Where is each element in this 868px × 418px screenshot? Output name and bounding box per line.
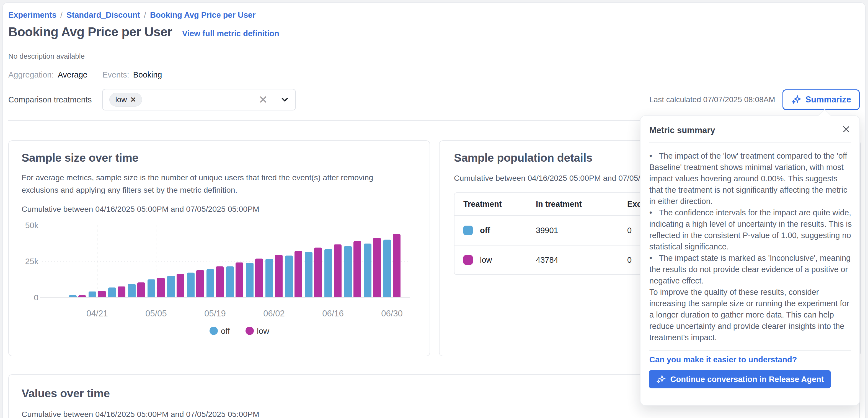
bar [157, 278, 165, 297]
y-tick-label: 25k [25, 257, 39, 266]
bar [305, 252, 312, 297]
bar [137, 282, 145, 297]
close-icon[interactable] [841, 124, 852, 135]
bar [285, 256, 293, 297]
y-tick-label: 0 [34, 293, 38, 302]
breadcrumb: Experiments / Standard_Discount / Bookin… [8, 10, 255, 20]
bar [393, 234, 401, 297]
followup-question-link[interactable]: Can you make it easier to understand? [649, 355, 797, 364]
breadcrumb-separator: / [144, 10, 146, 20]
continue-button-label: Continue conversation in Release Agent [671, 375, 824, 384]
summary-paragraph: • The confidence intervals for the impac… [649, 207, 852, 252]
bar [216, 266, 224, 297]
bar [196, 270, 204, 297]
breadcrumb-experiment-name[interactable]: Standard_Discount [66, 10, 140, 20]
title-row: Booking Avg Price per User View full met… [8, 24, 279, 39]
treatment-multiselect[interactable]: low ✕ ✕ [102, 89, 296, 111]
popover-divider [649, 142, 851, 143]
bar [275, 255, 283, 297]
treatment-name: off [480, 226, 490, 235]
page-title: Booking Avg Price per User [8, 24, 172, 39]
bar [373, 238, 381, 297]
x-tick-label: 06/02 [263, 309, 285, 318]
bar [167, 276, 175, 297]
select-divider [274, 93, 274, 106]
bar [89, 292, 96, 297]
summarize-button[interactable]: Summarize [782, 89, 860, 110]
summary-paragraph: To improve the quality of these results,… [649, 287, 852, 343]
bar [187, 273, 194, 297]
summarize-button-label: Summarize [805, 95, 851, 104]
bar [255, 259, 263, 297]
legend-swatch-low [246, 327, 254, 335]
col-in-treatment: In treatment [527, 193, 618, 216]
bar [324, 249, 332, 297]
metric-meta-row: Aggregation: Average Events: Booking [8, 70, 162, 80]
sparkle-icon [656, 374, 666, 384]
bar [334, 244, 342, 297]
bar [294, 251, 302, 297]
treatment-chip-label: low [115, 95, 127, 104]
treatment-chip-low[interactable]: low ✕ [109, 93, 142, 107]
chevron-down-icon[interactable] [280, 95, 290, 104]
bar [128, 284, 135, 297]
legend-swatch-off [210, 327, 218, 335]
metric-summary-popover: Metric summary • The impact of the 'low'… [640, 115, 860, 406]
bar [266, 259, 273, 297]
sparkle-icon [791, 94, 802, 105]
view-metric-definition-link[interactable]: View full metric definition [182, 29, 279, 38]
treatment-swatch [463, 255, 473, 265]
bar [383, 240, 391, 297]
values-over-time-title: Values over time [22, 387, 110, 400]
comparison-treatments-label: Comparison treatments [8, 95, 92, 104]
last-calculated-text: Last calculated 07/07/2025 08:08AM [649, 95, 775, 104]
metric-summary-body: • The impact of the 'low' treatment comp… [649, 150, 852, 343]
sample-size-description: For average metrics, sample size is the … [22, 171, 411, 196]
summary-paragraph: • The impact of the 'low' treatment comp… [649, 150, 852, 207]
bar [246, 263, 253, 297]
bar [108, 288, 116, 297]
bar [226, 266, 234, 297]
select-clear-icon[interactable]: ✕ [258, 94, 268, 105]
in-treatment-value: 39901 [527, 216, 618, 245]
treatment-swatch [463, 226, 473, 235]
bar [78, 295, 86, 297]
events-value: Booking [133, 70, 162, 80]
bar [364, 244, 371, 297]
comparison-row: Comparison treatments low ✕ ✕ Last calcu… [8, 88, 860, 111]
legend-label-off: off [221, 326, 230, 335]
breadcrumb-experiments[interactable]: Experiments [8, 10, 57, 20]
metric-description: No description available [8, 52, 85, 61]
page-container: Experiments / Standard_Discount / Bookin… [2, 2, 866, 418]
breadcrumb-metric-name[interactable]: Booking Avg Price per User [150, 10, 255, 20]
bar [353, 241, 361, 297]
metric-summary-title: Metric summary [649, 125, 715, 136]
bar [177, 274, 184, 297]
bar [236, 262, 243, 297]
x-tick-label: 05/05 [145, 309, 167, 318]
aggregation-value: Average [58, 70, 88, 80]
col-treatment: Treatment [455, 193, 527, 216]
sample-size-card: Sample size over time For average metric… [8, 140, 430, 356]
in-treatment-value: 43784 [527, 245, 618, 274]
bar [314, 247, 322, 297]
sample-size-chart: 04/2105/0505/1906/0206/1606/30025k50koff… [20, 219, 418, 342]
chip-remove-icon[interactable]: ✕ [130, 95, 136, 104]
sample-size-title: Sample size over time [22, 151, 138, 165]
breadcrumb-separator: / [60, 10, 63, 20]
events-label: Events: [102, 70, 129, 80]
bar [98, 291, 106, 297]
x-tick-label: 04/21 [86, 309, 108, 318]
bar [344, 246, 352, 297]
y-tick-label: 50k [25, 220, 39, 230]
popover-divider [649, 350, 851, 351]
summary-paragraph: • The impact state is marked as 'Inconcl… [649, 252, 852, 287]
bar [207, 269, 214, 297]
x-tick-label: 05/19 [204, 309, 226, 318]
legend-label-low: low [257, 326, 269, 335]
bar [69, 295, 77, 297]
continue-conversation-button[interactable]: Continue conversation in Release Agent [649, 370, 831, 388]
bar [148, 279, 155, 297]
bar [118, 287, 125, 297]
population-details-title: Sample population details [454, 151, 593, 165]
